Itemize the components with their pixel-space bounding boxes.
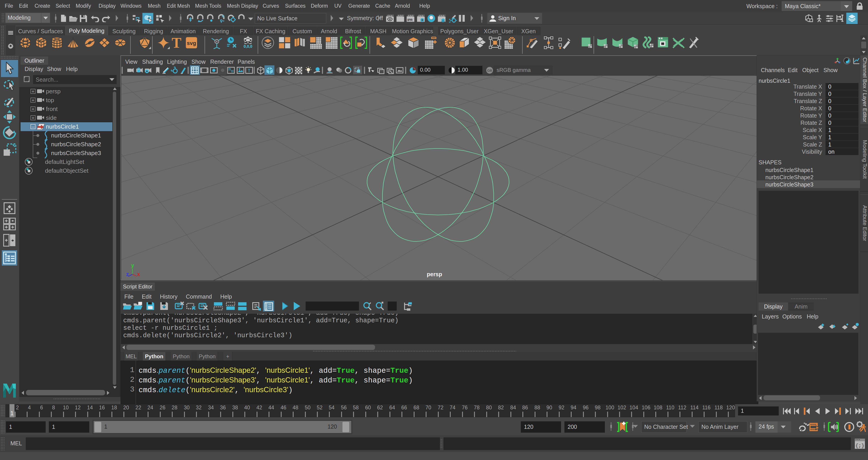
svg-text:IPR: IPR [407, 18, 412, 22]
svg-text:y: y [131, 262, 134, 268]
svg-text:T: T [248, 68, 250, 73]
svg-text:z: z [126, 271, 129, 277]
svg-text:0,0,0: 0,0,0 [244, 44, 252, 49]
svg-text:x: x [137, 271, 140, 277]
svg-text:T: T [172, 36, 181, 49]
svg-text:3: 3 [265, 308, 267, 310]
svg-text:{;}: {;} [855, 443, 864, 449]
svg-text:GB: GB [487, 68, 492, 72]
svg-text:svg: svg [187, 40, 196, 46]
